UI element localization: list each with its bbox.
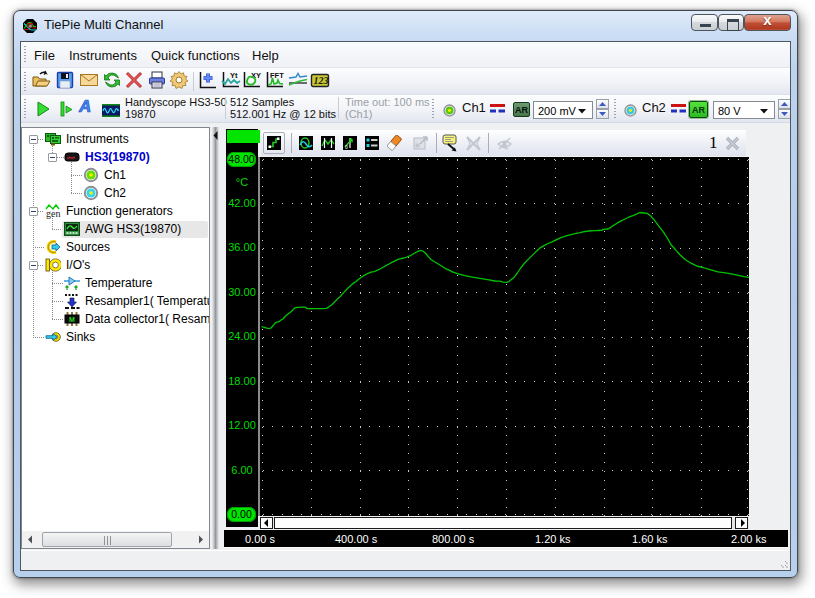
- svg-text:M: M: [69, 316, 75, 323]
- svg-text:Yt: Yt: [230, 71, 238, 80]
- svg-text:123: 123: [314, 75, 329, 86]
- svg-text:gen: gen: [46, 208, 60, 219]
- svg-text:0: 0: [345, 144, 348, 150]
